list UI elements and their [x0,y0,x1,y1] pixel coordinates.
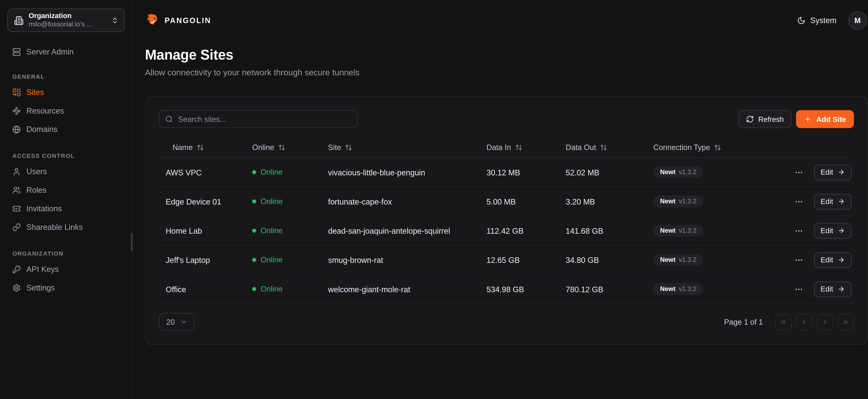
sidebar-item-label: Domains [26,125,58,134]
arrow-right-icon [838,198,845,205]
chevron-right-icon [821,318,829,326]
sidebar-item-domains[interactable]: Domains [7,124,125,135]
sort-data-in-header[interactable]: Data In [480,143,559,152]
waypoints-icon [12,106,21,115]
site-status: Online [245,168,321,177]
sidebar-item-resources[interactable]: Resources [7,105,125,116]
org-selector-label: Organization [29,12,106,21]
gear-icon [12,283,21,292]
building-icon [14,16,24,25]
refresh-button[interactable]: Refresh [738,110,792,128]
data-in-value: 112.42 GB [480,226,559,235]
sort-icon [714,144,721,151]
sidebar-section-access-control: ACCESS CONTROL [7,152,125,159]
sidebar-item-api-keys[interactable]: API Keys [7,264,125,275]
sort-data-out-header[interactable]: Data Out [559,143,647,152]
moon-icon [797,16,806,25]
table-header-row: Name Online Site Data In [159,137,854,158]
first-page-button[interactable] [775,314,792,330]
row-actions: Edit [775,252,854,268]
org-selector[interactable]: Organization milo@fossorial.io's ... [7,8,125,32]
sort-icon [278,144,285,151]
table-row: Jeff's Laptop Online smug-brown-rat 12.6… [159,246,854,275]
row-more-button[interactable] [793,254,804,266]
site-name: Edge Device 01 [159,197,245,206]
sidebar-item-settings[interactable]: Settings [7,282,125,293]
site-name: Jeff's Laptop [159,255,245,265]
sidebar-item-label: Shareable Links [26,222,83,232]
edit-label: Edit [820,255,833,264]
pagination-bar: 20 Page 1 of 1 [159,313,854,331]
avatar-initial: M [855,16,861,25]
sort-site-header[interactable]: Site [321,143,480,152]
data-in-value: 534.98 GB [480,284,559,294]
users-icon [12,186,21,194]
site-slug: welcome-giant-mole-rat [321,284,480,294]
site-status: Online [245,285,321,294]
sort-icon [345,144,352,151]
sidebar-item-shareable-links[interactable]: Shareable Links [7,221,125,233]
column-label: Name [173,143,193,152]
avatar[interactable]: M [848,11,867,30]
arrow-right-icon [838,168,845,176]
globe-icon [12,125,21,133]
connection-type-version: v1.3.2 [679,227,696,234]
edit-label: Edit [820,226,833,235]
sidebar-item-roles[interactable]: Roles [7,184,125,195]
site-slug: fortunate-cape-fox [321,197,480,206]
row-more-button[interactable] [793,166,804,178]
sidebar-item-invitations[interactable]: Invitations [7,203,125,214]
row-edit-button[interactable]: Edit [814,164,852,180]
arrow-right-icon [838,285,845,293]
sidebar-item-server-admin[interactable]: Server Admin [7,46,125,57]
row-edit-button[interactable]: Edit [814,193,852,209]
row-edit-button[interactable]: Edit [814,252,852,268]
row-more-button[interactable] [793,225,804,236]
plus-icon [804,115,812,123]
sidebar-item-users[interactable]: Users [7,166,125,177]
sort-online-header[interactable]: Online [245,143,321,152]
brand-logo[interactable]: PANGOLIN [145,13,211,28]
sort-icon [515,144,522,151]
site-name: Home Lab [159,226,245,235]
next-page-button[interactable] [817,314,833,330]
sort-connection-type-header[interactable]: Connection Type [647,143,775,152]
row-actions: Edit [775,281,854,297]
page-info: Page 1 of 1 [724,318,763,326]
data-in-value: 12.65 GB [480,255,559,265]
sort-name-header[interactable]: Name [159,143,245,152]
page-size-select[interactable]: 20 [159,313,194,331]
org-selector-value: milo@fossorial.io's ... [29,21,106,29]
site-status: Online [245,255,321,264]
previous-page-button[interactable] [796,314,812,330]
topbar-right: System M [797,11,867,30]
add-site-button[interactable]: Add Site [796,110,854,128]
row-edit-button[interactable]: Edit [814,281,852,297]
theme-toggle[interactable]: System [797,16,837,25]
user-icon [12,167,21,176]
table-row: Edge Device 01 Online fortunate-cape-fox… [159,187,854,216]
last-page-button[interactable] [838,314,854,330]
row-edit-button[interactable]: Edit [814,223,852,239]
sites-toolbar: Refresh Add Site [159,110,854,128]
connection-type-cell: Newt v1.3.2 [647,283,775,295]
sidebar-item-sites[interactable]: Sites [7,87,125,98]
refresh-label: Refresh [758,115,784,123]
page-size-value: 20 [166,318,175,326]
data-in-value: 30.12 MB [480,168,559,177]
data-out-value: 52.02 MB [559,168,647,177]
connection-badge: Newt v1.3.2 [653,166,703,178]
chevrons-left-icon [780,318,787,326]
row-more-button[interactable] [793,196,804,207]
data-out-value: 34.80 GB [559,255,647,265]
ellipsis-icon [794,255,803,265]
search-input[interactable] [178,115,351,123]
online-dot-icon [252,200,256,204]
data-out-value: 780.12 GB [559,284,647,294]
row-more-button[interactable] [793,283,804,295]
search-box [159,110,357,128]
key-icon [12,265,21,273]
sidebar-scrollbar[interactable] [131,233,133,251]
page-subtitle: Allow connectivity to your network throu… [145,67,868,77]
sort-icon [600,144,607,151]
